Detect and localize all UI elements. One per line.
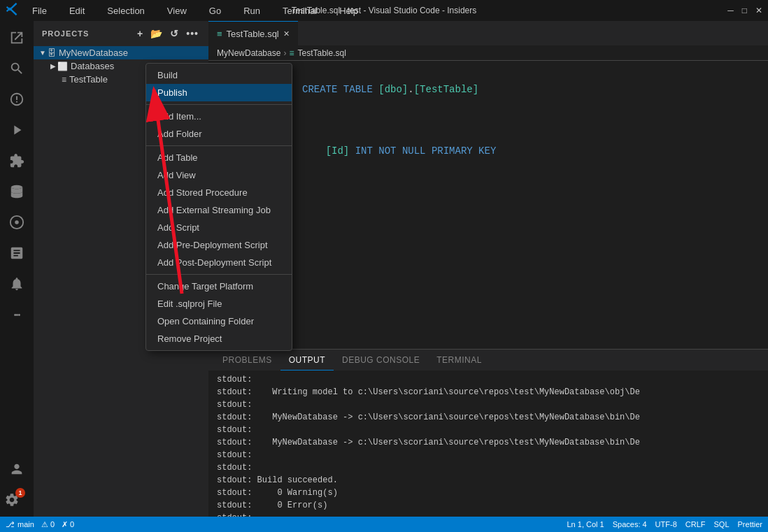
database-icon[interactable] [3,178,31,206]
git-icon[interactable] [3,208,31,236]
output-line: stdout: [217,449,760,461]
breadcrumb-db: MyNewDatabase [217,48,280,58]
context-menu-add-item[interactable]: Add Item... [146,108,292,125]
panel-tab-output[interactable]: OUTPUT [280,350,334,371]
context-menu-publish[interactable]: Publish [146,84,292,101]
code-line-1: CREATE TABLE [dbo].[TestTable] [243,66,768,113]
panel-tabs: PROBLEMS OUTPUT DEBUG CONSOLE TERMINAL [208,350,768,371]
language-mode[interactable]: SQL [714,520,730,529]
line-endings[interactable]: CRLF [685,520,706,529]
separator-1 [146,104,292,105]
panel-content: stdout: stdout: Writing model to c:\User… [208,371,768,517]
panel-tab-terminal[interactable]: TERMINAL [428,350,490,371]
code-line-5 [243,189,768,205]
cursor-position[interactable]: Ln 1, Col 1 [567,520,604,529]
branch-label[interactable]: main [17,520,34,529]
tree-item-mynewdatabase[interactable]: ▼ 🗄 MyNewDatabase [34,46,208,59]
status-bar: ⎇ main ⚠ 0 ✗ 0 Ln 1, Col 1 Spaces: 4 UTF… [0,517,768,532]
context-menu-build[interactable]: Build [146,66,292,84]
refresh-icon[interactable]: ↺ [169,27,180,41]
tab-bar: ≡ TestTable.sql ✕ [208,21,768,45]
menu-help[interactable]: Help [335,4,362,17]
output-line: stdout: 0 Error(s) [217,499,760,512]
bottom-panel: PROBLEMS OUTPUT DEBUG CONSOLE TERMINAL s… [208,349,768,517]
notification-icon[interactable] [3,270,31,298]
breadcrumb-sep: › [283,48,286,58]
context-menu-edit-sqlproj[interactable]: Edit .sqlproj File [146,295,292,312]
branch-icon[interactable]: ⎇ [6,520,15,529]
add-project-icon[interactable]: + [136,27,145,41]
menu-terminal[interactable]: Terminal [278,4,321,17]
breadcrumb-file: TestTable.sql [298,48,346,58]
activity-bar: ••• 1 [0,21,34,517]
output-line: stdout: [217,512,760,517]
error-count[interactable]: ✗ 0 [62,520,74,529]
more-icon[interactable]: ••• [3,301,31,329]
menu-view[interactable]: View [163,4,191,17]
output-line: stdout: MyNewDatabase -> c:\Users\scoria… [217,436,760,449]
search-icon[interactable] [3,55,31,82]
menu-run[interactable]: Run [239,4,264,17]
window-controls: ─ □ ✕ [727,6,762,15]
context-menu-add-post-deployment-script[interactable]: Add Post-Deployment Script [146,254,292,271]
minimize-icon[interactable]: ─ [727,6,734,15]
menu-go[interactable]: Go [205,4,225,17]
tree-item-label: Databases [71,61,114,71]
more-options-icon[interactable]: ••• [185,27,200,41]
context-menu-add-table[interactable]: Add Table [146,149,292,166]
editor-area: ≡ TestTable.sql ✕ MyNewDatabase › ≡ Test… [208,21,768,517]
output-line: stdout: Build succeeded. [217,474,760,487]
output-line: stdout: [217,373,760,386]
menu-selection[interactable]: Selection [103,4,148,17]
context-menu-add-script[interactable]: Add Script [146,219,292,236]
code-line-2: ( [243,113,768,128]
breadcrumb: MyNewDatabase › ≡ TestTable.sql [208,45,768,61]
warning-count[interactable]: ⚠ 0 [41,520,55,529]
context-menu-add-folder[interactable]: Add Folder [146,125,292,143]
explorer-icon[interactable] [3,24,31,52]
settings-icon[interactable]: 1 [3,486,31,514]
output-line: stdout: [217,424,760,436]
pages-icon[interactable] [3,239,31,267]
svg-point-0 [11,185,23,189]
code-line-4: ) [243,174,768,189]
context-menu-change-target-platform[interactable]: Change Target Platform [146,278,292,295]
tab-label: TestTable.sql [227,29,279,39]
run-debug-icon[interactable] [3,116,31,144]
close-icon[interactable]: ✕ [755,6,762,15]
tab-close-icon[interactable]: ✕ [283,29,290,38]
panel-tab-debug-console[interactable]: DEBUG CONSOLE [334,350,428,371]
context-menu-add-view[interactable]: Add View [146,166,292,184]
formatter[interactable]: Prettier [738,520,762,529]
breadcrumb-table: ≡ TestTable.sql [289,48,346,58]
title-bar-vscode-icon [6,2,20,19]
context-menu-add-external-streaming-job[interactable]: Add External Streaming Job [146,201,292,219]
context-menu-open-containing-folder[interactable]: Open Containing Folder [146,312,292,330]
extensions-icon[interactable] [3,147,31,175]
menu-bar: File Edit Selection View Go Run Terminal… [28,0,362,21]
svg-point-2 [15,220,19,224]
separator-2 [146,145,292,146]
tab-testtable[interactable]: ≡ TestTable.sql ✕ [208,21,298,45]
context-menu-add-pre-deployment-script[interactable]: Add Pre-Deployment Script [146,236,292,254]
context-menu-remove-project[interactable]: Remove Project [146,330,292,347]
menu-edit[interactable]: Edit [65,4,89,17]
code-content[interactable]: CREATE TABLE [dbo].[TestTable] ( [Id] IN… [243,61,768,349]
settings-badge: 1 [15,488,25,498]
output-line: stdout: [217,461,760,474]
source-control-icon[interactable] [3,85,31,113]
maximize-icon[interactable]: □ [742,6,747,15]
encoding[interactable]: UTF-8 [655,520,677,529]
output-line: stdout: 0 Warning(s) [217,487,760,499]
sidebar-title: PROJECTS [42,29,89,38]
tab-sql-icon: ≡ [217,29,222,39]
spaces[interactable]: Spaces: 4 [613,520,647,529]
panel-tab-problems[interactable]: PROBLEMS [214,350,280,371]
output-line: stdout: Writing model to c:\Users\scoria… [217,386,760,398]
context-menu-add-stored-procedure[interactable]: Add Stored Procedure [146,184,292,201]
open-folder-icon[interactable]: 📂 [149,27,164,41]
status-bar-right: Ln 1, Col 1 Spaces: 4 UTF-8 CRLF SQL Pre… [567,520,762,529]
breadcrumb-sql-icon: ≡ [289,48,294,58]
account-icon[interactable] [3,455,31,483]
menu-file[interactable]: File [28,4,51,17]
